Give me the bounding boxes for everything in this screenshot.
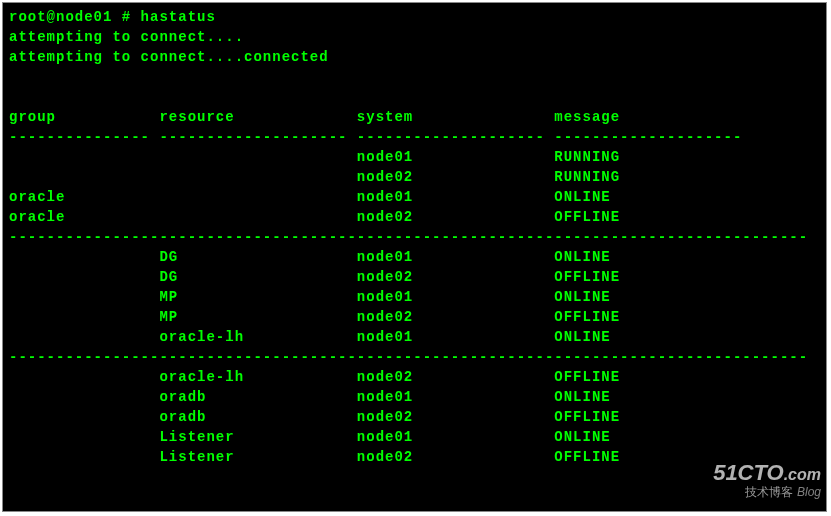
blank-line (9, 87, 820, 107)
table-row: Listener node01 ONLINE (9, 427, 820, 447)
watermark-blog: Blog (797, 485, 821, 499)
divider: ----------------------------------------… (9, 227, 820, 247)
table-row: DG node01 ONLINE (9, 247, 820, 267)
watermark-brand-text: 51CTO (713, 460, 784, 485)
table-header-row: group resource system message (9, 107, 820, 127)
table-row: DG node02 OFFLINE (9, 267, 820, 287)
divider: ----------------------------------------… (9, 347, 820, 367)
watermark: 51CTO.com 技术博客Blog (713, 460, 821, 501)
divider: --------------- -------------------- ---… (9, 127, 820, 147)
terminal-window[interactable]: root@node01 # hastatus attempting to con… (2, 2, 827, 512)
watermark-suffix: .com (784, 466, 821, 483)
watermark-brand: 51CTO.com (713, 460, 821, 486)
table-row: Listener node02 OFFLINE (9, 447, 820, 467)
blank-line (9, 67, 820, 87)
table-row: MP node01 ONLINE (9, 287, 820, 307)
table-row: oracle node02 OFFLINE (9, 207, 820, 227)
table-row: oradb node02 OFFLINE (9, 407, 820, 427)
connect-line: attempting to connect....connected (9, 47, 820, 67)
table-row: node02 RUNNING (9, 167, 820, 187)
table-row: oradb node01 ONLINE (9, 387, 820, 407)
connect-line: attempting to connect.... (9, 27, 820, 47)
watermark-tagline: 技术博客Blog (713, 484, 821, 501)
table-row: oracle-lh node02 OFFLINE (9, 367, 820, 387)
watermark-tagline-text: 技术博客 (745, 485, 793, 499)
table-row: MP node02 OFFLINE (9, 307, 820, 327)
table-row: node01 RUNNING (9, 147, 820, 167)
prompt-line: root@node01 # hastatus (9, 7, 820, 27)
table-row: oracle node01 ONLINE (9, 187, 820, 207)
table-row: oracle-lh node01 ONLINE (9, 327, 820, 347)
